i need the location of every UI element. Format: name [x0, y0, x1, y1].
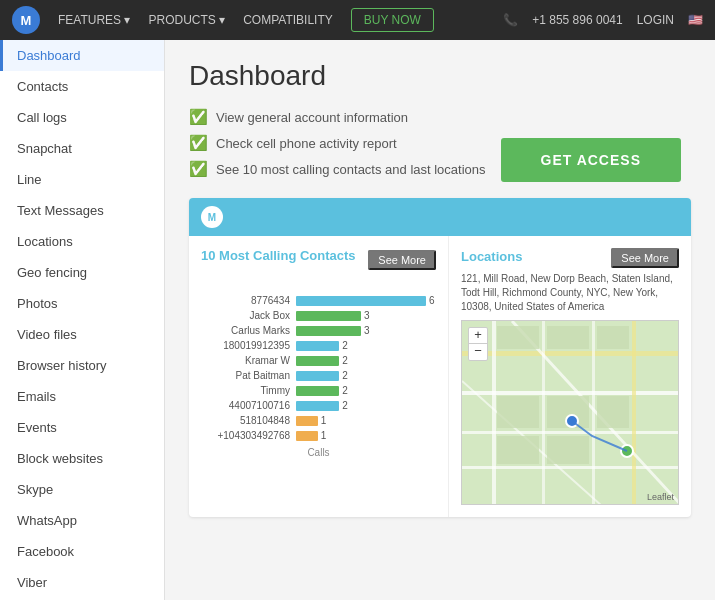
- sidebar-item-call-logs[interactable]: Call logs: [0, 102, 164, 133]
- sidebar-item-whatsapp[interactable]: WhatsApp: [0, 505, 164, 536]
- main-content: Dashboard ✅View general account informat…: [165, 40, 715, 600]
- checklist-item: ✅View general account information: [189, 108, 691, 126]
- bar-label: 180019912395: [201, 340, 296, 351]
- sidebar-item-skype[interactable]: Skype: [0, 474, 164, 505]
- sidebar-item-text-messages[interactable]: Text Messages: [0, 195, 164, 226]
- bar-fill: [296, 311, 361, 321]
- top-navigation: M FEATURES ▾ PRODUCTS ▾ COMPATIBILITY BU…: [0, 0, 715, 40]
- locations-widget: Locations See More 121, Mill Road, New D…: [449, 236, 691, 517]
- check-icon: ✅: [189, 160, 208, 178]
- bar-label: +104303492768: [201, 430, 296, 441]
- card-header: M: [189, 198, 691, 236]
- bar-track: 1: [296, 430, 436, 441]
- bar-value: 2: [342, 385, 348, 396]
- check-icon: ✅: [189, 108, 208, 126]
- calls-widget: 10 Most Calling Contacts See More ≡ 8776…: [189, 236, 449, 517]
- bar-label: Kramar W: [201, 355, 296, 366]
- svg-rect-5: [492, 321, 496, 504]
- sidebar: DashboardContactsCall logsSnapchatLineTe…: [0, 40, 165, 600]
- sidebar-item-viber[interactable]: Viber: [0, 567, 164, 598]
- bar-track: 2: [296, 370, 436, 381]
- bar-track: 2: [296, 400, 436, 411]
- bar-value: 2: [342, 355, 348, 366]
- bar-fill: [296, 326, 361, 336]
- buy-now-button[interactable]: BUY NOW: [351, 8, 434, 32]
- svg-rect-14: [597, 396, 629, 428]
- svg-rect-17: [497, 436, 539, 464]
- svg-rect-16: [597, 326, 629, 349]
- bar-label: Timmy: [201, 385, 296, 396]
- svg-rect-6: [542, 321, 545, 504]
- sidebar-item-snapchat[interactable]: Snapchat: [0, 133, 164, 164]
- sidebar-item-locations[interactable]: Locations: [0, 226, 164, 257]
- bar-value: 6: [429, 295, 435, 306]
- bar-label: Jack Box: [201, 310, 296, 321]
- sidebar-item-facebook[interactable]: Facebook: [0, 536, 164, 567]
- bar-row: +104303492768 1: [201, 430, 436, 441]
- bar-fill: [296, 386, 339, 396]
- dashboard-card: M 10 Most Calling Contacts See More ≡ 87…: [189, 198, 691, 517]
- sidebar-item-video-files[interactable]: Video files: [0, 319, 164, 350]
- svg-rect-8: [632, 321, 636, 504]
- features-menu[interactable]: FEATURES ▾: [58, 13, 130, 27]
- bar-row: Pat Baitman 2: [201, 370, 436, 381]
- products-menu[interactable]: PRODUCTS ▾: [148, 13, 225, 27]
- locations-title: Locations: [461, 249, 522, 264]
- bar-value: 2: [342, 340, 348, 351]
- bar-row: 8776434 6: [201, 295, 436, 306]
- sidebar-item-dashboard[interactable]: Dashboard: [0, 40, 164, 71]
- bar-label: 8776434: [201, 295, 296, 306]
- bar-value: 2: [342, 370, 348, 381]
- zoom-in-button[interactable]: +: [469, 328, 487, 344]
- bar-value: 3: [364, 310, 370, 321]
- svg-rect-12: [497, 396, 539, 428]
- phone-number: +1 855 896 0041: [532, 13, 622, 27]
- calls-bars: 8776434 6 Jack Box 3 Carlus Marks 3 1800…: [201, 295, 436, 441]
- bar-track: 2: [296, 385, 436, 396]
- compatibility-link[interactable]: COMPATIBILITY: [243, 13, 333, 27]
- locations-see-more-button[interactable]: See More: [611, 248, 679, 268]
- sidebar-item-block-websites[interactable]: Block websites: [0, 443, 164, 474]
- bar-fill: [296, 416, 318, 426]
- zoom-out-button[interactable]: −: [469, 344, 487, 360]
- page-layout: DashboardContactsCall logsSnapchatLineTe…: [0, 40, 715, 600]
- bar-fill: [296, 296, 426, 306]
- sidebar-item-photos[interactable]: Photos: [0, 288, 164, 319]
- page-title: Dashboard: [189, 60, 691, 92]
- flag-icon: 🇺🇸: [688, 13, 703, 27]
- calls-axis-label: Calls: [201, 447, 436, 458]
- calls-see-more-button[interactable]: See More: [368, 250, 436, 270]
- sidebar-item-geo-fencing[interactable]: Geo fencing: [0, 257, 164, 288]
- sidebar-item-line[interactable]: Line: [0, 164, 164, 195]
- bar-track: 2: [296, 355, 436, 366]
- topnav-right: 📞 +1 855 896 0041 LOGIN 🇺🇸: [503, 13, 703, 27]
- bar-label: Pat Baitman: [201, 370, 296, 381]
- bar-track: 6: [296, 295, 436, 306]
- bar-value: 1: [321, 415, 327, 426]
- phone-icon: 📞: [503, 13, 518, 27]
- sidebar-item-contacts[interactable]: Contacts: [0, 71, 164, 102]
- bar-value: 3: [364, 325, 370, 336]
- bar-value: 2: [342, 400, 348, 411]
- bar-fill: [296, 431, 318, 441]
- sidebar-item-emails[interactable]: Emails: [0, 381, 164, 412]
- sidebar-item-browser-history[interactable]: Browser history: [0, 350, 164, 381]
- svg-rect-18: [547, 436, 589, 464]
- bar-row: Carlus Marks 3: [201, 325, 436, 336]
- sidebar-item-events[interactable]: Events: [0, 412, 164, 443]
- get-access-button[interactable]: GET ACCESS: [501, 138, 682, 182]
- logo[interactable]: M: [12, 6, 40, 34]
- bar-row: Kramar W 2: [201, 355, 436, 366]
- bar-fill: [296, 401, 339, 411]
- card-body: 10 Most Calling Contacts See More ≡ 8776…: [189, 236, 691, 517]
- map-zoom-controls[interactable]: + −: [468, 327, 488, 361]
- card-logo: M: [201, 206, 223, 228]
- bar-row: Jack Box 3: [201, 310, 436, 321]
- bar-row: 518104848 1: [201, 415, 436, 426]
- bar-fill: [296, 356, 339, 366]
- login-button[interactable]: LOGIN: [637, 13, 674, 27]
- bar-label: 518104848: [201, 415, 296, 426]
- calls-title: 10 Most Calling Contacts: [201, 248, 356, 263]
- svg-rect-15: [547, 326, 589, 349]
- bar-label: 44007100716: [201, 400, 296, 411]
